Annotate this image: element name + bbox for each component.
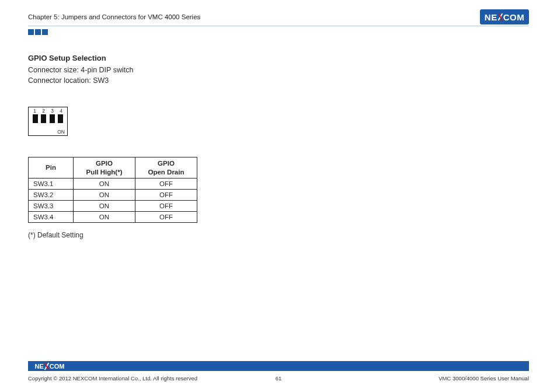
th-pin: Pin	[29, 158, 74, 178]
dip-label-1: 1	[33, 108, 36, 114]
dip-switch-diagram: 1 2 3 4 ON	[28, 107, 67, 136]
connector-location: Connector location: SW3	[28, 75, 529, 86]
logo-left: NE	[35, 363, 44, 370]
nexcom-logo: NE COM	[480, 9, 529, 24]
dip-slider-3	[50, 114, 55, 128]
table-row: SW3.3 ON OFF	[29, 201, 197, 212]
default-setting-note: (*) Default Setting	[28, 231, 529, 239]
decorative-squares	[28, 29, 48, 35]
dip-slider-2	[41, 114, 46, 128]
cell-pin: SW3.2	[29, 190, 74, 201]
dip-on-label: ON	[57, 129, 65, 135]
th-gpio-pull: GPIOPull High(*)	[74, 158, 135, 178]
cell-pin: SW3.3	[29, 201, 74, 212]
cell-drain: OFF	[135, 201, 197, 212]
logo-x-icon	[497, 13, 503, 21]
dip-label-2: 2	[42, 108, 45, 114]
dip-slider-1	[33, 114, 38, 128]
footer-copyright: Copyright © 2012 NEXCOM International Co…	[28, 375, 197, 382]
header-rule	[28, 26, 529, 26]
dip-label-3: 3	[51, 108, 54, 114]
logo-left: NE	[485, 12, 497, 22]
dip-label-4: 4	[60, 108, 62, 114]
cell-drain: OFF	[135, 178, 197, 190]
table-row: SW3.4 ON OFF	[29, 212, 197, 223]
logo-x-icon	[44, 362, 50, 370]
logo-right: COM	[503, 12, 525, 22]
logo-right: COM	[50, 363, 65, 370]
cell-drain: OFF	[135, 190, 197, 201]
th-gpio-drain: GPIOOpen Drain	[135, 158, 197, 178]
cell-pull: ON	[74, 201, 135, 212]
cell-pull: ON	[74, 212, 135, 223]
dip-slider-4	[58, 114, 63, 128]
chapter-title: Chapter 5: Jumpers and Connectors for VM…	[28, 13, 200, 20]
connector-size: Connector size: 4-pin DIP switch	[28, 65, 529, 75]
cell-pull: ON	[74, 190, 135, 201]
cell-pin: SW3.1	[29, 178, 74, 190]
cell-pin: SW3.4	[29, 212, 74, 223]
section-heading: GPIO Setup Selection	[28, 54, 529, 62]
cell-pull: ON	[74, 178, 135, 190]
page-number: 61	[276, 375, 282, 382]
table-row: SW3.1 ON OFF	[29, 178, 197, 190]
footer-bar: NE COM	[28, 361, 529, 371]
nexcom-logo-footer: NE COM	[28, 361, 69, 371]
footer-manual-name: VMC 3000/4000 Series User Manual	[438, 375, 529, 382]
table-row: SW3.2 ON OFF	[29, 190, 197, 201]
gpio-setup-table: Pin GPIOPull High(*) GPIOOpen Drain SW3.…	[28, 157, 197, 223]
cell-drain: OFF	[135, 212, 197, 223]
